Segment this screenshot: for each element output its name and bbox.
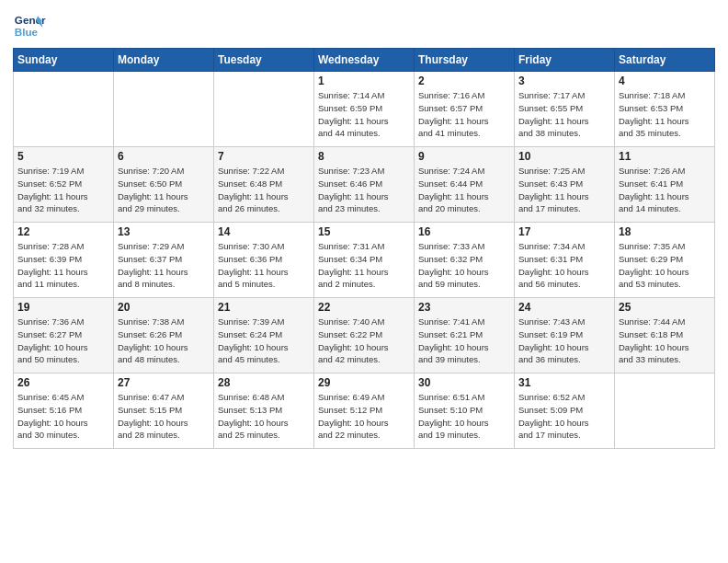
calendar-cell: 19Sunrise: 7:36 AM Sunset: 6:27 PM Dayli… <box>14 298 114 373</box>
day-info: Sunrise: 7:31 AM Sunset: 6:34 PM Dayligh… <box>318 240 410 291</box>
weekday-header-monday: Monday <box>114 49 214 72</box>
calendar-cell: 22Sunrise: 7:40 AM Sunset: 6:22 PM Dayli… <box>314 298 415 373</box>
day-number: 15 <box>318 225 410 238</box>
day-info: Sunrise: 7:25 AM Sunset: 6:43 PM Dayligh… <box>518 165 610 215</box>
day-info: Sunrise: 6:45 AM Sunset: 5:16 PM Dayligh… <box>17 391 109 442</box>
calendar-cell: 14Sunrise: 7:30 AM Sunset: 6:36 PM Dayli… <box>214 223 314 298</box>
calendar-cell: 12Sunrise: 7:28 AM Sunset: 6:39 PM Dayli… <box>14 223 114 298</box>
day-info: Sunrise: 7:24 AM Sunset: 6:44 PM Dayligh… <box>418 165 510 215</box>
day-number: 12 <box>17 225 109 238</box>
day-info: Sunrise: 7:14 AM Sunset: 6:59 PM Dayligh… <box>318 89 410 140</box>
day-info: Sunrise: 7:20 AM Sunset: 6:50 PM Dayligh… <box>118 165 210 215</box>
day-number: 22 <box>318 301 410 314</box>
weekday-header-sunday: Sunday <box>14 49 114 72</box>
day-info: Sunrise: 7:30 AM Sunset: 6:36 PM Dayligh… <box>218 240 310 291</box>
calendar-cell: 18Sunrise: 7:35 AM Sunset: 6:29 PM Dayli… <box>615 223 715 298</box>
calendar-cell <box>14 72 114 147</box>
header: General Blue <box>13 9 715 42</box>
calendar-table: SundayMondayTuesdayWednesdayThursdayFrid… <box>13 48 715 449</box>
weekday-header-wednesday: Wednesday <box>314 49 415 72</box>
calendar-cell <box>214 72 314 147</box>
calendar-cell: 21Sunrise: 7:39 AM Sunset: 6:24 PM Dayli… <box>214 298 314 373</box>
calendar-cell: 25Sunrise: 7:44 AM Sunset: 6:18 PM Dayli… <box>615 298 715 373</box>
calendar-cell: 28Sunrise: 6:48 AM Sunset: 5:13 PM Dayli… <box>214 373 314 449</box>
logo: General Blue <box>13 9 46 42</box>
day-number: 10 <box>518 150 610 163</box>
day-info: Sunrise: 7:38 AM Sunset: 6:26 PM Dayligh… <box>118 316 210 366</box>
day-number: 4 <box>619 75 711 87</box>
day-info: Sunrise: 7:36 AM Sunset: 6:27 PM Dayligh… <box>17 316 109 366</box>
week-row-1: 1Sunrise: 7:14 AM Sunset: 6:59 PM Daylig… <box>14 72 715 147</box>
calendar-cell: 2Sunrise: 7:16 AM Sunset: 6:57 PM Daylig… <box>415 72 515 147</box>
day-number: 30 <box>418 376 510 389</box>
day-number: 6 <box>118 150 210 163</box>
day-number: 16 <box>418 225 510 238</box>
calendar-cell: 15Sunrise: 7:31 AM Sunset: 6:34 PM Dayli… <box>314 223 415 298</box>
calendar-cell: 31Sunrise: 6:52 AM Sunset: 5:09 PM Dayli… <box>515 373 615 449</box>
day-info: Sunrise: 7:26 AM Sunset: 6:41 PM Dayligh… <box>619 165 711 215</box>
day-number: 28 <box>218 376 310 389</box>
week-row-3: 12Sunrise: 7:28 AM Sunset: 6:39 PM Dayli… <box>14 223 715 298</box>
day-info: Sunrise: 7:16 AM Sunset: 6:57 PM Dayligh… <box>418 89 510 140</box>
day-info: Sunrise: 7:28 AM Sunset: 6:39 PM Dayligh… <box>17 240 109 291</box>
day-number: 29 <box>318 376 410 389</box>
week-row-4: 19Sunrise: 7:36 AM Sunset: 6:27 PM Dayli… <box>14 298 715 373</box>
calendar-cell: 20Sunrise: 7:38 AM Sunset: 6:26 PM Dayli… <box>114 298 214 373</box>
day-number: 9 <box>418 150 510 163</box>
day-info: Sunrise: 6:49 AM Sunset: 5:12 PM Dayligh… <box>318 391 410 442</box>
day-number: 2 <box>418 75 510 87</box>
day-number: 14 <box>218 225 310 238</box>
day-number: 27 <box>118 376 210 389</box>
day-number: 17 <box>518 225 610 238</box>
day-number: 23 <box>418 301 510 314</box>
calendar-cell <box>114 72 214 147</box>
day-info: Sunrise: 6:48 AM Sunset: 5:13 PM Dayligh… <box>218 391 310 442</box>
calendar-cell: 8Sunrise: 7:23 AM Sunset: 6:46 PM Daylig… <box>314 147 415 223</box>
calendar-cell: 23Sunrise: 7:41 AM Sunset: 6:21 PM Dayli… <box>415 298 515 373</box>
calendar-cell: 10Sunrise: 7:25 AM Sunset: 6:43 PM Dayli… <box>515 147 615 223</box>
day-info: Sunrise: 7:44 AM Sunset: 6:18 PM Dayligh… <box>619 316 711 366</box>
week-row-2: 5Sunrise: 7:19 AM Sunset: 6:52 PM Daylig… <box>14 147 715 223</box>
day-info: Sunrise: 7:40 AM Sunset: 6:22 PM Dayligh… <box>318 316 410 366</box>
day-info: Sunrise: 6:51 AM Sunset: 5:10 PM Dayligh… <box>418 391 510 442</box>
day-number: 24 <box>518 301 610 314</box>
page: General Blue SundayMondayTuesdayWednesda… <box>0 0 728 563</box>
calendar-cell: 3Sunrise: 7:17 AM Sunset: 6:55 PM Daylig… <box>515 72 615 147</box>
calendar-cell: 1Sunrise: 7:14 AM Sunset: 6:59 PM Daylig… <box>314 72 415 147</box>
day-info: Sunrise: 7:43 AM Sunset: 6:19 PM Dayligh… <box>518 316 610 366</box>
calendar-cell <box>615 373 715 449</box>
day-number: 18 <box>619 225 711 238</box>
day-info: Sunrise: 7:35 AM Sunset: 6:29 PM Dayligh… <box>619 240 711 291</box>
day-number: 26 <box>17 376 109 389</box>
svg-text:Blue: Blue <box>15 26 39 38</box>
day-number: 1 <box>318 75 410 87</box>
week-row-5: 26Sunrise: 6:45 AM Sunset: 5:16 PM Dayli… <box>14 373 715 449</box>
calendar-cell: 17Sunrise: 7:34 AM Sunset: 6:31 PM Dayli… <box>515 223 615 298</box>
day-info: Sunrise: 7:39 AM Sunset: 6:24 PM Dayligh… <box>218 316 310 366</box>
day-info: Sunrise: 7:17 AM Sunset: 6:55 PM Dayligh… <box>518 89 610 140</box>
day-number: 7 <box>218 150 310 163</box>
day-info: Sunrise: 7:33 AM Sunset: 6:32 PM Dayligh… <box>418 240 510 291</box>
calendar-cell: 9Sunrise: 7:24 AM Sunset: 6:44 PM Daylig… <box>415 147 515 223</box>
weekday-header-row: SundayMondayTuesdayWednesdayThursdayFrid… <box>14 49 715 72</box>
calendar-cell: 27Sunrise: 6:47 AM Sunset: 5:15 PM Dayli… <box>114 373 214 449</box>
day-info: Sunrise: 7:29 AM Sunset: 6:37 PM Dayligh… <box>118 240 210 291</box>
day-info: Sunrise: 7:22 AM Sunset: 6:48 PM Dayligh… <box>218 165 310 215</box>
day-number: 11 <box>619 150 711 163</box>
calendar-cell: 4Sunrise: 7:18 AM Sunset: 6:53 PM Daylig… <box>615 72 715 147</box>
calendar-cell: 11Sunrise: 7:26 AM Sunset: 6:41 PM Dayli… <box>615 147 715 223</box>
day-number: 19 <box>17 301 109 314</box>
day-info: Sunrise: 7:18 AM Sunset: 6:53 PM Dayligh… <box>619 89 711 140</box>
calendar-cell: 6Sunrise: 7:20 AM Sunset: 6:50 PM Daylig… <box>114 147 214 223</box>
day-info: Sunrise: 7:23 AM Sunset: 6:46 PM Dayligh… <box>318 165 410 215</box>
weekday-header-saturday: Saturday <box>615 49 715 72</box>
day-info: Sunrise: 6:47 AM Sunset: 5:15 PM Dayligh… <box>118 391 210 442</box>
calendar-cell: 5Sunrise: 7:19 AM Sunset: 6:52 PM Daylig… <box>14 147 114 223</box>
day-info: Sunrise: 7:19 AM Sunset: 6:52 PM Dayligh… <box>17 165 109 215</box>
day-number: 5 <box>17 150 109 163</box>
weekday-header-thursday: Thursday <box>415 49 515 72</box>
weekday-header-tuesday: Tuesday <box>214 49 314 72</box>
day-number: 25 <box>619 301 711 314</box>
day-number: 21 <box>218 301 310 314</box>
day-number: 3 <box>518 75 610 87</box>
